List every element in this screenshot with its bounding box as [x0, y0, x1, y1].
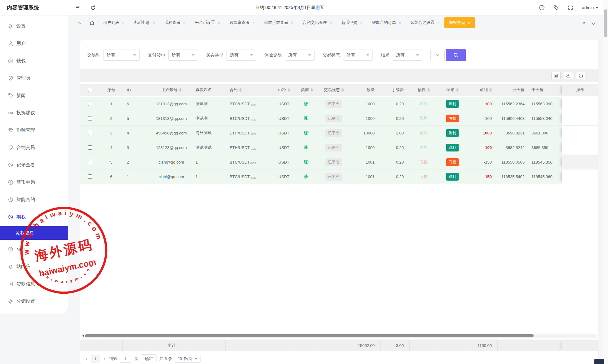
cell: 盈利: [438, 169, 467, 184]
collapse-sidebar-icon[interactable]: [75, 5, 81, 11]
expand-filters-button[interactable]: [430, 49, 445, 61]
close-icon[interactable]: ×: [153, 21, 155, 25]
horizontal-scrollbar[interactable]: [82, 334, 597, 338]
sort-icon[interactable]: [239, 88, 242, 92]
tabs-scroll-right-icon[interactable]: »: [582, 20, 584, 25]
tab-item[interactable]: 合约交易管理×: [298, 17, 337, 28]
confirm-button[interactable]: 确定: [141, 354, 156, 363]
sidebar-item-wallet[interactable]: 钱包: [0, 52, 68, 69]
column-header[interactable]: 用户账号: [151, 84, 192, 96]
column-header[interactable]: 结果: [438, 84, 467, 96]
tabs-scroll-left-icon[interactable]: «: [78, 20, 80, 25]
column-header[interactable]: 手续费: [380, 84, 409, 96]
tab-item[interactable]: 充币申请×: [129, 17, 160, 28]
search-button[interactable]: [446, 49, 466, 61]
filter-select-trading-pair[interactable]: 所有: [103, 50, 140, 61]
tabs-dropdown-icon[interactable]: [592, 20, 595, 25]
tab-item[interactable]: 倍数手数查看×: [259, 17, 298, 28]
column-header[interactable]: 盈利: [467, 84, 497, 96]
sort-icon[interactable]: [179, 88, 182, 92]
tab-item[interactable]: 用户列表×: [99, 17, 129, 28]
columns-icon[interactable]: [551, 72, 561, 79]
vertical-scrollbar[interactable]: [603, 0, 608, 364]
sort-icon[interactable]: [341, 88, 344, 92]
close-icon[interactable]: ×: [360, 21, 363, 25]
row-checkbox[interactable]: [88, 102, 92, 106]
sort-icon[interactable]: [288, 88, 290, 92]
page-size-select[interactable]: 20 条/页: [175, 355, 200, 363]
close-icon[interactable]: ×: [468, 21, 470, 25]
column-header[interactable]: 平仓价: [530, 84, 562, 96]
fullscreen-icon[interactable]: [568, 5, 573, 11]
sidebar-item-news[interactable]: 新闻: [0, 87, 68, 104]
sidebar-item-new-coin[interactable]: 新币申购: [0, 173, 68, 191]
sort-icon[interactable]: [427, 88, 430, 92]
sidebar-item-coin-manage[interactable]: 币种管理: [0, 121, 68, 139]
cell: 4: [122, 126, 151, 140]
close-icon[interactable]: ×: [218, 21, 220, 25]
theme-icon[interactable]: [539, 5, 545, 11]
filter-select-result[interactable]: 所有: [393, 50, 422, 61]
column-header[interactable]: 数量: [349, 84, 380, 96]
page-number[interactable]: 1: [91, 355, 100, 363]
back-to-top-button[interactable]: [594, 359, 604, 364]
goto-page-input[interactable]: [120, 355, 131, 363]
close-icon[interactable]: ×: [291, 21, 293, 25]
tab-item[interactable]: 币种查看×: [160, 17, 190, 28]
column-header[interactable]: 类型: [295, 84, 319, 96]
row-checkbox[interactable]: [88, 145, 92, 150]
user-menu[interactable]: admin: [582, 5, 599, 10]
close-icon[interactable]: ×: [183, 21, 186, 25]
horizontal-scrollbar-thumb[interactable]: [85, 334, 534, 337]
column-header[interactable]: ID: [122, 84, 151, 96]
close-icon[interactable]: ×: [122, 21, 125, 25]
vertical-scrollbar-thumb[interactable]: [604, 9, 607, 37]
tab-item[interactable]: 智能合约订单×: [367, 17, 406, 28]
tab-item[interactable]: 期权交易×: [444, 17, 475, 28]
column-header[interactable]: 开仓价: [497, 84, 530, 96]
tab-item[interactable]: 平台币设置×: [190, 17, 225, 28]
tag-icon[interactable]: [553, 5, 559, 11]
next-page-icon[interactable]: ›: [103, 356, 106, 362]
tab-item[interactable]: 风险率查看×: [225, 17, 259, 28]
column-header[interactable]: 预设: [409, 84, 438, 96]
column-header[interactable]: 真实姓名: [192, 84, 225, 96]
filter-select-trade-status[interactable]: 所有: [343, 50, 373, 61]
row-select-cell: [80, 126, 100, 140]
close-icon[interactable]: ×: [329, 21, 332, 25]
row-checkbox[interactable]: [88, 174, 92, 179]
column-header[interactable]: 币种: [273, 84, 295, 96]
row-checkbox[interactable]: [88, 160, 92, 164]
export-icon[interactable]: [564, 72, 573, 79]
sort-icon[interactable]: [456, 88, 459, 92]
sidebar-item-feedback[interactable]: 投拆建议: [0, 104, 68, 121]
column-header[interactable]: 合约: [225, 84, 273, 96]
prev-page-icon[interactable]: ‹: [85, 356, 88, 362]
tab-item[interactable]: 新币申购×: [337, 17, 367, 28]
sidebar-item-records[interactable]: 记录查看: [0, 156, 68, 173]
scroll-left-arrow-icon[interactable]: [82, 335, 84, 337]
row-checkbox[interactable]: [88, 116, 92, 121]
column-header[interactable]: 操作: [562, 84, 598, 96]
column-header[interactable]: 交易状态: [319, 84, 349, 96]
filter-select-trade-type[interactable]: 所有: [227, 50, 256, 61]
sort-icon[interactable]: [311, 88, 313, 92]
sort-icon[interactable]: [489, 88, 492, 92]
column-header[interactable]: 序号: [100, 84, 122, 96]
sidebar-item-settings[interactable]: 设置: [0, 17, 68, 35]
bell-icon: [8, 264, 13, 269]
sidebar-item-contract-trade[interactable]: 合约交易: [0, 139, 68, 156]
close-icon[interactable]: ×: [399, 21, 401, 25]
row-checkbox[interactable]: [88, 131, 92, 135]
home-icon[interactable]: [89, 20, 95, 26]
sidebar-item-users[interactable]: 用户: [0, 35, 68, 52]
tab-item[interactable]: 智能合约设置×: [406, 17, 444, 28]
filter-select-pay-currency[interactable]: 所有: [168, 50, 198, 61]
print-icon[interactable]: [576, 72, 585, 79]
filter-select-insurance[interactable]: 所有: [285, 50, 315, 61]
refresh-icon[interactable]: [90, 5, 96, 11]
select-all-checkbox[interactable]: [88, 88, 92, 92]
close-icon[interactable]: ×: [252, 21, 255, 25]
close-icon[interactable]: ×: [437, 21, 440, 25]
sidebar-item-admins[interactable]: 管理员: [0, 69, 68, 87]
